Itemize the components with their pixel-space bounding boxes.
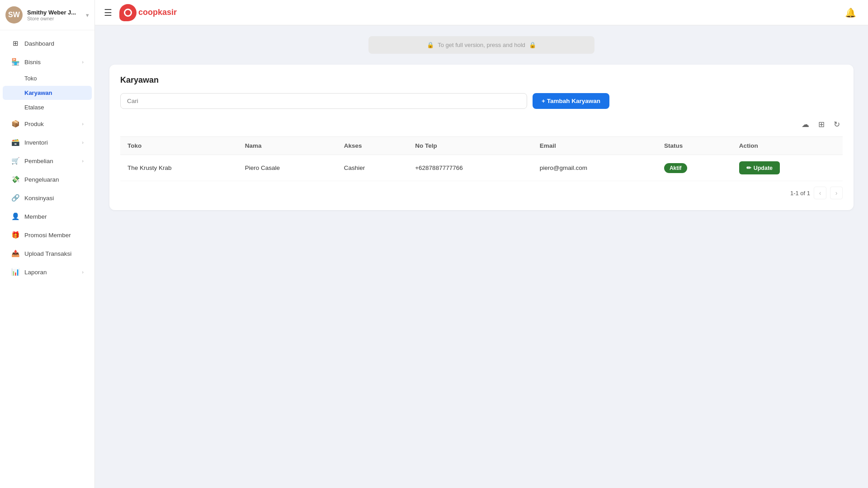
avatar: SW [5,6,23,23]
user-name: Smithy Weber J... [27,9,81,16]
cell-status: Aktif [657,155,732,181]
search-toolbar: + Tambah Karyawan [120,93,843,109]
pengeluaran-icon: 💸 [11,175,20,184]
upload-icon: 📤 [11,249,20,258]
pagination-prev[interactable]: ‹ [814,187,826,199]
status-badge: Aktif [664,163,687,173]
logo-text: coopkasir [138,8,177,17]
produk-icon: 📦 [11,119,20,128]
sidebar-item-karyawan[interactable]: Karyawan [3,86,92,100]
sidebar-item-label: Bisnis [24,59,41,66]
sidebar-item-label: Toko [24,75,37,82]
table-row: The Krusty Krab Piero Casale Cashier +62… [120,155,843,181]
chevron-down-icon: › [82,269,84,275]
dashboard-icon: ⊞ [11,39,20,48]
cell-nama: Piero Casale [238,155,337,181]
col-email: Email [533,137,657,155]
logo-icon [119,4,137,21]
col-no-telp: No Telp [408,137,533,155]
edit-icon: ✏ [746,164,751,171]
sidebar-item-label: Laporan [24,269,47,276]
lock-icon: 🔒 [427,42,434,48]
sidebar-item-label: Inventori [24,139,48,146]
sidebar-item-produk[interactable]: 📦 Produk › [3,115,92,133]
sidebar-item-label: Karyawan [24,89,52,96]
sidebar-item-label: Konsinyasi [24,195,54,202]
pagination: 1-1 of 1 ‹ › [120,181,843,199]
sidebar-item-member[interactable]: 👤 Member [3,207,92,225]
cell-no-telp: +6287887777766 [408,155,533,181]
main-content: ☰ coopkasir 🔔 🔒 To get full version, pre… [95,0,868,488]
update-button[interactable]: ✏ Update [739,161,780,174]
sidebar-item-pembelian[interactable]: 🛒 Pembelian › [3,152,92,170]
sidebar-item-inventori[interactable]: 🗃️ Inventori › [3,133,92,151]
page-title: Karyawan [120,75,843,85]
pagination-next[interactable]: › [830,187,843,199]
sidebar-item-bisnis[interactable]: 🏪 Bisnis › [3,53,92,71]
sidebar-item-label: Pembelian [24,158,53,164]
sidebar-item-label: Produk [24,121,44,127]
topbar-right: 🔔 [842,5,859,21]
chevron-down-icon: › [82,140,84,145]
refresh-button[interactable]: ↻ [831,118,843,131]
chevron-down-icon: › [82,158,84,164]
col-akses: Akses [337,137,408,155]
add-karyawan-button[interactable]: + Tambah Karyawan [533,93,609,109]
cell-akses: Cashier [337,155,408,181]
upgrade-banner: 🔒 To get full version, press and hold 🔒 [368,36,594,54]
sidebar-item-label: Dashboard [24,40,54,47]
bell-icon[interactable]: 🔔 [842,5,859,21]
col-action: Action [732,137,843,155]
table-toolbar: ☁ ⊞ ↻ [120,118,843,131]
chevron-down-icon: ▾ [86,12,89,19]
user-role: Store owner [27,16,86,21]
konsinyasi-icon: 🔗 [11,193,20,202]
cell-action: ✏ Update [732,155,843,181]
logo-prefix: coop [138,8,158,17]
sidebar-item-konsinyasi[interactable]: 🔗 Konsinyasi [3,189,92,207]
pagination-info: 1-1 of 1 [790,190,810,197]
sidebar-item-label: Promosi Member [24,232,71,239]
sidebar-item-etalase[interactable]: Etalase [3,100,92,114]
topbar: ☰ coopkasir 🔔 [95,0,868,25]
search-input[interactable] [120,93,527,109]
karyawan-table: Toko Nama Akses No Telp Email Status Act… [120,136,843,181]
sidebar-item-label: Upload Transaksi [24,250,71,257]
chevron-down-icon: › [82,121,84,127]
pembelian-icon: 🛒 [11,156,20,165]
cloud-upload-button[interactable]: ☁ [799,118,812,131]
col-status: Status [657,137,732,155]
col-nama: Nama [238,137,337,155]
logo: coopkasir [119,4,177,21]
sidebar-item-dashboard[interactable]: ⊞ Dashboard [3,34,92,52]
sidebar-item-toko[interactable]: Toko [3,71,92,85]
sidebar-item-promosi-member[interactable]: 🎁 Promosi Member [3,226,92,244]
karyawan-card: Karyawan + Tambah Karyawan ☁ ⊞ ↻ Toko Na… [109,65,854,210]
hamburger-icon[interactable]: ☰ [104,7,112,18]
sidebar-item-label: Member [24,213,47,220]
sidebar-item-pengeluaran[interactable]: 💸 Pengeluaran [3,170,92,188]
sidebar: SW Smithy Weber J... Store owner ▾ ⊞ Das… [0,0,95,488]
sidebar-item-label: Pengeluaran [24,176,59,183]
sidebar-item-upload-transaksi[interactable]: 📤 Upload Transaksi [3,244,92,263]
laporan-icon: 📊 [11,267,20,277]
banner-text: To get full version, press and hold [438,42,525,48]
chevron-down-icon: › [82,59,84,65]
bisnis-icon: 🏪 [11,57,20,66]
logo-icon-inner [124,9,132,17]
columns-button[interactable]: ⊞ [816,118,827,131]
user-profile[interactable]: SW Smithy Weber J... Store owner ▾ [0,0,94,30]
cell-email: piero@gmail.com [533,155,657,181]
sidebar-nav: ⊞ Dashboard 🏪 Bisnis › Toko Karyawan Eta… [0,30,94,488]
banner-icon: 🔒 [529,42,536,48]
cell-toko: The Krusty Krab [120,155,238,181]
sidebar-item-laporan[interactable]: 📊 Laporan › [3,263,92,281]
member-icon: 👤 [11,212,20,221]
col-toko: Toko [120,137,238,155]
page-content: 🔒 To get full version, press and hold 🔒 … [95,25,868,488]
sidebar-item-label: Etalase [24,104,44,111]
inventori-icon: 🗃️ [11,138,20,147]
promosi-icon: 🎁 [11,230,20,239]
